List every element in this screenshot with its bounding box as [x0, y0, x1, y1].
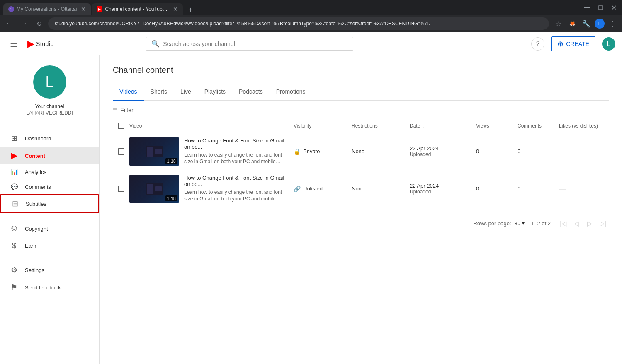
dashboard-icon: ⊞ [10, 134, 18, 143]
minimize-button[interactable]: — [582, 2, 592, 12]
sidebar-item-earn[interactable]: $ Earn [0, 237, 99, 254]
address-bar-row: ← → ↻ ☆ 🦊 🔧 L ⋮ [0, 15, 622, 32]
dashboard-label: Dashboard [25, 135, 51, 142]
tab-promotions[interactable]: Promotions [270, 83, 312, 101]
back-button[interactable]: ← [3, 18, 15, 29]
th-date[interactable]: Date ↓ [410, 123, 476, 129]
row2-checkbox-cell [113, 186, 129, 192]
rows-per-page-select[interactable]: 30 ▾ [515, 220, 525, 227]
row2-video-info: How to Change Font & Font Size in Gmail … [184, 175, 287, 203]
create-plus-icon: ⊕ [557, 39, 564, 48]
sidebar-item-content[interactable]: ▶ Content [0, 147, 99, 164]
sidebar-item-dashboard[interactable]: ⊞ Dashboard [0, 130, 99, 147]
rows-per-page-label: Rows per page: [473, 220, 511, 227]
nav-actions: ? ⊕ CREATE L [531, 36, 615, 51]
extension-btn-2[interactable]: 🔧 [581, 18, 592, 29]
reload-button[interactable]: ↻ [33, 18, 45, 29]
row2-likes: — [559, 185, 609, 193]
channel-info: L Your channel LAHARI VEGIREDDI [0, 55, 99, 126]
row1-title: How to Change Font & Font Size in Gmail … [184, 137, 287, 150]
window-controls: — □ ✕ [582, 2, 619, 12]
close-button[interactable]: ✕ [609, 2, 619, 12]
row2-checkbox[interactable] [118, 186, 124, 192]
prev-page-button[interactable]: ◁ [571, 217, 582, 229]
tab-otter[interactable]: O My Conversations - Otter.ai ✕ [3, 3, 91, 15]
row1-date-sub: Uploaded [410, 152, 476, 157]
tab-live[interactable]: Live [174, 83, 198, 101]
next-page-button[interactable]: ▷ [584, 217, 595, 229]
main-area: L Your channel LAHARI VEGIREDDI ⊞ Dashbo… [0, 55, 622, 364]
yt-tab-close[interactable]: ✕ [173, 6, 178, 12]
row1-date-value: 22 Apr 2024 [410, 145, 476, 152]
feedback-label: Send feedback [25, 284, 61, 291]
row2-video-cell: 1:18 How to Change Font & Font Size in G… [129, 175, 294, 203]
row2-desc: Learn how to easily change the font and … [184, 189, 287, 203]
channel-avatar[interactable]: L [33, 65, 66, 99]
header-checkbox[interactable] [118, 123, 124, 129]
sidebar-item-settings[interactable]: ⚙ Settings [0, 261, 99, 279]
row1-checkbox[interactable] [118, 148, 124, 155]
analytics-label: Analytics [25, 169, 46, 175]
row1-thumb-svg [146, 146, 163, 157]
feedback-icon: ⚑ [10, 283, 18, 292]
yt-favicon: ▶ [97, 6, 102, 12]
maximize-button[interactable]: □ [595, 2, 605, 12]
hamburger-menu[interactable]: ☰ [7, 36, 21, 52]
yt-studio-logo[interactable]: ▶ Studio [27, 39, 54, 49]
filter-label[interactable]: Filter [121, 107, 134, 113]
new-tab-button[interactable]: + [185, 5, 195, 15]
row2-date: 22 Apr 2024 Uploaded [410, 183, 476, 195]
page-title: Channel content [113, 65, 609, 75]
search-input[interactable] [163, 41, 348, 47]
tab-videos[interactable]: Videos [113, 83, 144, 101]
nav-items: ⊞ Dashboard ▶ Content 📊 Analytics 💬 Comm… [0, 126, 99, 364]
bookmark-button[interactable]: ☆ [552, 18, 564, 29]
th-visibility: Visibility [294, 123, 352, 129]
address-input[interactable] [48, 17, 549, 30]
otter-tab-close[interactable]: ✕ [81, 6, 86, 12]
browser-menu[interactable]: ⋮ [607, 18, 619, 29]
tab-shorts[interactable]: Shorts [144, 83, 174, 101]
first-page-button[interactable]: |◁ [557, 217, 569, 229]
sidebar-item-copyright[interactable]: © Copyright [0, 220, 99, 237]
sidebar-item-analytics[interactable]: 📊 Analytics [0, 164, 99, 179]
otter-tab-title: My Conversations - Otter.ai [17, 6, 77, 12]
th-comments: Comments [518, 123, 559, 129]
tab-youtube[interactable]: ▶ Channel content - YouTube Stu... ✕ [92, 3, 183, 15]
create-button[interactable]: ⊕ CREATE [551, 36, 595, 51]
row1-duration: 1:18 [165, 158, 177, 164]
last-page-button[interactable]: ▷| [597, 217, 609, 229]
row2-thumbnail[interactable]: 1:18 [129, 175, 179, 203]
extension-btn-1[interactable]: 🦊 [566, 18, 578, 29]
pagination: Rows per page: 30 ▾ 1–2 of 2 |◁ ◁ ▷ ▷| [113, 211, 609, 236]
earn-icon: $ [10, 241, 18, 250]
forward-button[interactable]: → [18, 18, 30, 29]
row1-thumbnail[interactable]: 1:18 [129, 137, 179, 166]
th-views: Views [476, 123, 518, 129]
tab-podcasts[interactable]: Podcasts [232, 83, 270, 101]
content-area: Channel content Videos Shorts Live Playl… [100, 55, 622, 364]
browser-profile[interactable]: L [595, 19, 605, 29]
help-button[interactable]: ? [531, 37, 544, 51]
search-input-wrapper: 🔍 [146, 37, 353, 51]
tab-playlists[interactable]: Playlists [198, 83, 232, 101]
channel-name-label: Your channel [35, 104, 64, 109]
header-checkbox-cell [113, 123, 129, 129]
filter-icon: ≡ [113, 106, 117, 114]
row1-views: 0 [476, 148, 518, 154]
otter-favicon: O [8, 6, 14, 12]
sidebar-item-send-feedback[interactable]: ⚑ Send feedback [0, 279, 99, 296]
sidebar-item-comments[interactable]: 💬 Comments [0, 179, 99, 194]
row1-video-info: How to Change Font & Font Size in Gmail … [184, 137, 287, 166]
sidebar-item-subtitles[interactable]: ⊟ Subtitles [0, 194, 99, 213]
row1-video-cell: 1:18 How to Change Font & Font Size in G… [129, 137, 294, 166]
row2-date-sub: Uploaded [410, 189, 476, 195]
settings-label: Settings [25, 267, 44, 273]
profile-avatar[interactable]: L [602, 37, 615, 51]
th-likes: Likes (vs dislikes) [559, 123, 609, 129]
sidebar-divider-1 [0, 217, 99, 217]
analytics-icon: 📊 [10, 169, 18, 175]
yt-tab-title: Channel content - YouTube Stu... [105, 6, 169, 12]
rows-per-page: Rows per page: 30 ▾ [473, 220, 525, 227]
browser-actions: ☆ 🦊 🔧 L ⋮ [552, 18, 619, 29]
